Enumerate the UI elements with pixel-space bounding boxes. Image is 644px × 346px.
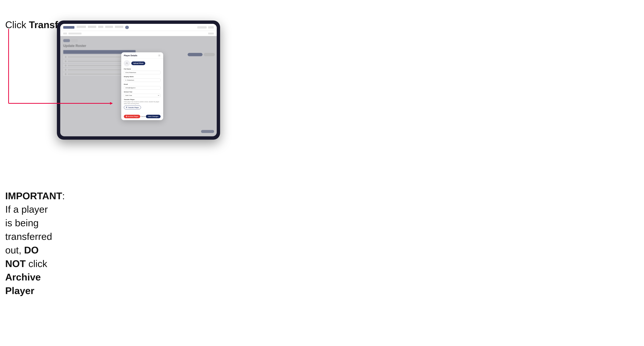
app-logo — [63, 26, 74, 29]
school-year-select[interactable]: Sixth Year — [124, 94, 160, 97]
nav-item-feed — [98, 26, 103, 28]
important-label: IMPORTANT — [5, 190, 62, 201]
display-name-group: Display Name — [124, 76, 160, 82]
transfer-section-label: Transfer Player — [124, 99, 160, 100]
modal-close-button[interactable]: × — [158, 54, 160, 57]
app-nav-items — [77, 26, 195, 29]
save-changes-button[interactable]: Save Changes — [146, 115, 160, 118]
email-label: Email — [124, 83, 160, 85]
school-year-group: School Year Sixth Year — [124, 91, 160, 97]
display-name-label: Display Name — [124, 76, 160, 77]
app-nav-right — [197, 26, 214, 28]
email-input[interactable] — [124, 86, 160, 90]
svg-point-0 — [126, 62, 128, 63]
full-name-group: Full Name — [124, 68, 160, 74]
sub-bar-icon — [63, 33, 67, 34]
archive-icon: ⏻ — [126, 116, 127, 117]
modal-header: Player Details × — [121, 52, 163, 58]
email-group: Email — [124, 83, 160, 90]
avatar-section: Upload Photo — [124, 60, 160, 66]
instruction-rest2: click — [26, 258, 47, 269]
modal-overlay: Player Details × — [60, 36, 217, 136]
transfer-icon: ⟳ — [126, 107, 128, 108]
player-details-modal: Player Details × — [121, 52, 163, 120]
modal-body: Upload Photo Full Name Display Name — [121, 58, 163, 113]
school-year-label: School Year — [124, 91, 160, 93]
cancel-button[interactable]: Cancel — [140, 116, 145, 117]
sub-bar — [60, 31, 217, 36]
full-name-label: Full Name — [124, 68, 160, 70]
tablet-screen: Update Roster — [60, 24, 217, 136]
archive-btn-label: Archive Player — [128, 116, 138, 117]
nav-item-dashboard — [77, 26, 86, 28]
modal-title: Player Details — [124, 54, 137, 57]
content-area: Update Roster — [60, 36, 217, 136]
transfer-section-description: If this player has moved to another scho… — [124, 101, 160, 105]
transfer-player-section: Transfer Player If this player has moved… — [124, 99, 160, 110]
full-name-input[interactable] — [124, 71, 160, 74]
archive-player-button[interactable]: ⏻ Archive Player — [124, 115, 140, 118]
transfer-btn-label: Transfer Player — [128, 107, 139, 108]
nav-right-item — [197, 26, 207, 28]
upload-photo-button[interactable]: Upload Photo — [131, 61, 145, 65]
avatar — [124, 60, 130, 66]
nav-item-addplayer — [115, 26, 123, 28]
archive-player-label: Archive Player — [5, 272, 41, 296]
instruction-prefix: Click — [5, 19, 29, 30]
display-name-input[interactable] — [124, 78, 160, 82]
nav-item-comments — [88, 26, 96, 28]
nav-item-active[interactable] — [125, 26, 129, 29]
sub-bar-right — [208, 33, 214, 34]
sub-bar-text — [68, 33, 82, 34]
nav-item-schedule — [105, 26, 113, 28]
transfer-player-button[interactable]: ⟳ Transfer Player — [124, 106, 141, 109]
modal-footer: ⏻ Archive Player Cancel Save Changes — [121, 113, 163, 120]
nav-right-item2 — [208, 26, 214, 28]
app-bar — [60, 24, 217, 31]
tablet-device: Update Roster — [57, 20, 220, 140]
instruction-bottom: IMPORTANT: If a player is being transfer… — [5, 189, 56, 298]
